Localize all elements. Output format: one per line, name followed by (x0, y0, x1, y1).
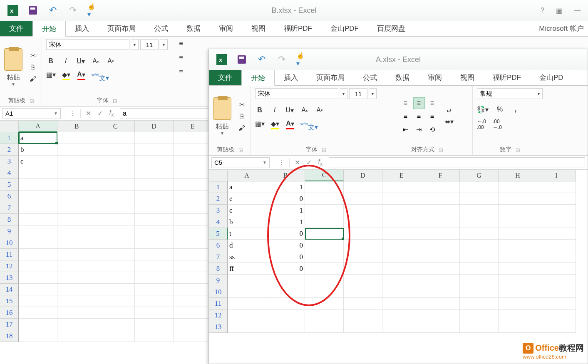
cell[interactable]: 1 (266, 205, 305, 216)
cell[interactable] (537, 251, 576, 263)
cell[interactable]: 0 (266, 263, 305, 275)
cell[interactable] (344, 321, 382, 333)
col-header[interactable]: I (537, 170, 576, 181)
font-name-combo[interactable]: 宋体 (46, 39, 129, 50)
tab-data[interactable]: 数据 (177, 21, 210, 36)
bold-button[interactable]: B (255, 106, 264, 115)
cell[interactable]: d (228, 240, 266, 251)
font-name-combo[interactable]: 宋体 (255, 88, 338, 99)
tab-review[interactable]: 审阅 (419, 70, 451, 85)
row-header[interactable]: 6 (0, 191, 19, 202)
cell[interactable] (96, 179, 135, 191)
minimize-icon[interactable]: — (574, 7, 581, 15)
col-header[interactable]: C (305, 170, 344, 181)
cell[interactable] (421, 240, 460, 251)
cell[interactable] (228, 321, 266, 333)
cell[interactable] (344, 286, 382, 298)
chevron-down-icon[interactable]: ▼ (160, 39, 168, 50)
tab-file[interactable]: 文件 (0, 21, 32, 36)
tab-review[interactable]: 审阅 (210, 21, 242, 36)
italic-button[interactable]: I (270, 106, 279, 115)
percent-button[interactable]: % (495, 105, 504, 114)
cell[interactable] (174, 330, 212, 342)
cell[interactable] (499, 228, 537, 240)
row-header[interactable]: 3 (209, 205, 228, 216)
row-header[interactable]: 4 (0, 167, 19, 179)
col-header[interactable]: C (96, 121, 135, 132)
cell[interactable] (19, 225, 57, 237)
cell[interactable] (344, 228, 382, 240)
cell[interactable] (135, 144, 174, 156)
chevron-down-icon[interactable]: ▼ (340, 88, 347, 99)
cell[interactable] (537, 216, 576, 228)
cell[interactable] (421, 181, 460, 193)
cell[interactable] (421, 310, 460, 321)
cell[interactable] (96, 156, 135, 167)
cell[interactable] (421, 263, 460, 275)
cell[interactable] (96, 272, 135, 284)
cell[interactable] (96, 132, 135, 144)
select-all-corner[interactable] (209, 170, 228, 181)
cell[interactable] (537, 181, 576, 193)
paste-label[interactable]: 粘贴 (7, 73, 20, 82)
select-all-corner[interactable] (0, 121, 19, 132)
cell[interactable] (344, 181, 382, 193)
align-center-button[interactable]: ≡ (413, 111, 425, 122)
merge-button[interactable]: ⬌▾ (445, 117, 454, 126)
col-header[interactable]: D (344, 170, 382, 181)
dialog-launcher-icon[interactable]: ◲ (322, 147, 326, 153)
cell[interactable] (499, 193, 537, 205)
tab-foxit-pdf[interactable]: 福昕PDF (275, 21, 321, 36)
cell[interactable]: 0 (266, 251, 305, 263)
col-header[interactable]: B (266, 170, 305, 181)
cell[interactable] (96, 167, 135, 179)
cell[interactable]: 0 (266, 240, 305, 251)
cell[interactable] (96, 295, 135, 307)
fx-icon[interactable]: fx (315, 158, 326, 167)
redo-icon[interactable]: ↷ (67, 5, 78, 16)
cancel-icon[interactable]: ✕ (82, 109, 94, 117)
cell[interactable]: 0 (266, 228, 305, 240)
paste-label[interactable]: 粘贴 (216, 122, 229, 131)
cell[interactable]: 1 (266, 216, 305, 228)
options-icon[interactable]: ⋮ (276, 158, 288, 166)
cell[interactable] (499, 205, 537, 216)
row-header[interactable]: 13 (209, 321, 228, 333)
ribbon-options-icon[interactable]: ▣ (556, 7, 562, 15)
cell[interactable] (421, 321, 460, 333)
cell[interactable] (57, 330, 96, 342)
fill-color-button[interactable]: ◆▾ (270, 119, 280, 128)
cell[interactable] (537, 263, 576, 275)
cell[interactable] (96, 260, 135, 272)
cell[interactable]: ff (228, 263, 266, 275)
cell[interactable] (57, 225, 96, 237)
row-header[interactable]: 7 (209, 251, 228, 263)
cell[interactable] (305, 275, 344, 286)
copy-icon[interactable]: ⎘ (28, 64, 37, 71)
col-header[interactable]: A (19, 121, 57, 132)
cell[interactable] (174, 284, 212, 295)
align-top-icon[interactable]: ≡ (176, 39, 186, 48)
chevron-down-icon[interactable]: ▼ (535, 88, 543, 99)
cell[interactable] (135, 191, 174, 202)
cell[interactable] (344, 310, 382, 321)
font-color-button[interactable]: A▾ (77, 70, 86, 79)
cell[interactable] (57, 295, 96, 307)
row-header[interactable]: 9 (0, 225, 19, 237)
row-header[interactable]: 14 (0, 284, 19, 295)
row-header[interactable]: 9 (209, 275, 228, 286)
cell[interactable]: t (228, 228, 266, 240)
cell[interactable] (421, 275, 460, 286)
cell[interactable] (174, 307, 212, 319)
row-header[interactable]: 7 (0, 202, 19, 214)
cell[interactable] (305, 286, 344, 298)
cell[interactable] (174, 202, 212, 214)
increase-indent-button[interactable]: ⇥ (413, 124, 425, 136)
format-painter-icon[interactable]: 🖌 (28, 75, 37, 83)
cell[interactable]: 0 (266, 193, 305, 205)
align-bottom-icon[interactable]: ≡ (176, 67, 186, 77)
col-header[interactable]: F (421, 170, 460, 181)
cell[interactable] (537, 298, 576, 310)
cell[interactable] (537, 310, 576, 321)
tab-wps-pdf[interactable]: 金山PDF (321, 21, 368, 36)
